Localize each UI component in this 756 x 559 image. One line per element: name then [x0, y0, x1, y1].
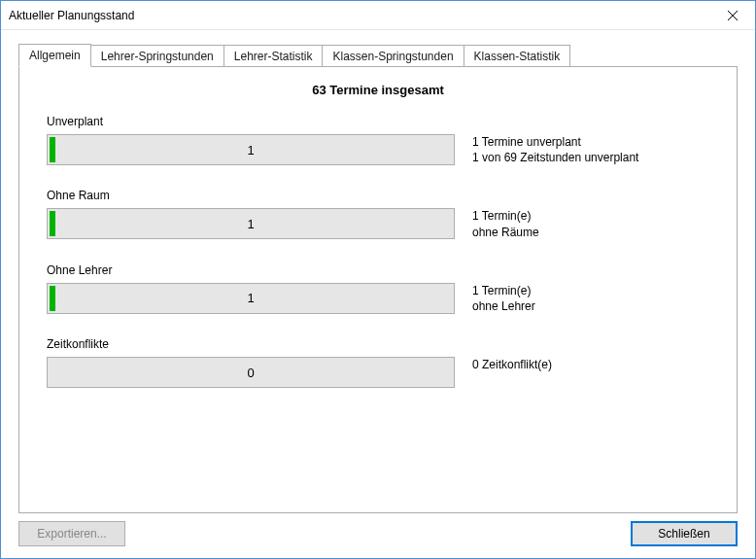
dialog-footer: Exportieren... Schließen: [18, 521, 738, 546]
stat-zeitkonflikte-value: 0: [247, 366, 254, 380]
stat-zeitkonflikte-info: 0 Zeitkonflikt(e): [472, 357, 552, 372]
tab-klassen-springstunden[interactable]: Klassen-Springstunden: [323, 45, 464, 67]
stat-ohne-lehrer-bar: 1: [47, 283, 455, 314]
export-button[interactable]: Exportieren...: [18, 521, 125, 546]
stat-ohne-lehrer: Ohne Lehrer 1 1 Termin(e) ohne Lehrer: [47, 263, 709, 314]
stat-unverplant: Unverplant 1 1 Termine unverplant 1 von …: [47, 115, 709, 165]
stat-unverplant-value: 1: [247, 143, 254, 157]
stat-zeitkonflikte-label: Zeitkonflikte: [47, 337, 709, 351]
stat-ohne-raum-label: Ohne Raum: [47, 189, 709, 202]
dialog-window: Aktueller Planungsstand Allgemein Lehrer…: [0, 0, 756, 559]
close-button[interactable]: Schließen: [631, 521, 738, 546]
stat-ohne-raum-info: 1 Termin(e) ohne Räume: [472, 208, 539, 239]
stat-zeitkonflikte-bar: 0: [47, 357, 455, 388]
stat-ohne-lehrer-value: 1: [247, 291, 254, 305]
stat-unverplant-bar: 1: [47, 134, 455, 165]
tab-lehrer-springstunden[interactable]: Lehrer-Springstunden: [91, 45, 224, 67]
stat-ohne-lehrer-info2: ohne Lehrer: [472, 298, 535, 314]
stat-unverplant-info: 1 Termine unverplant 1 von 69 Zeitstunde…: [472, 134, 638, 165]
stat-zeitkonflikte-info1: 0 Zeitkonflikt(e): [472, 357, 552, 372]
stat-unverplant-info1: 1 Termine unverplant: [472, 134, 638, 150]
tab-klassen-statistik[interactable]: Klassen-Statistik: [464, 45, 571, 67]
stat-ohne-lehrer-label: Ohne Lehrer: [47, 263, 709, 277]
stat-unverplant-label: Unverplant: [47, 115, 709, 128]
stat-zeitkonflikte: Zeitkonflikte 0 0 Zeitkonflikt(e): [47, 337, 709, 388]
stat-ohne-raum-info1: 1 Termin(e): [472, 208, 539, 224]
tab-lehrer-statistik[interactable]: Lehrer-Statistik: [224, 45, 324, 67]
tab-panel-allgemein: 63 Termine insgesamt Unverplant 1 1 Term…: [18, 66, 738, 513]
stat-ohne-lehrer-fill: [50, 286, 55, 311]
window-title: Aktueller Planungsstand: [9, 9, 134, 22]
tab-allgemein[interactable]: Allgemein: [18, 44, 91, 67]
stat-ohne-lehrer-info1: 1 Termin(e): [472, 283, 535, 298]
stat-ohne-lehrer-info: 1 Termin(e) ohne Lehrer: [472, 283, 535, 314]
tabstrip: Allgemein Lehrer-Springstunden Lehrer-St…: [18, 44, 738, 66]
stat-ohne-raum-bar: 1: [47, 208, 455, 239]
stat-ohne-raum-info2: ohne Räume: [472, 225, 539, 240]
stat-ohne-raum: Ohne Raum 1 1 Termin(e) ohne Räume: [47, 189, 709, 239]
stat-unverplant-info2: 1 von 69 Zeitstunden unverplant: [472, 150, 638, 165]
stat-unverplant-fill: [50, 137, 55, 162]
page-heading: 63 Termine insgesamt: [47, 83, 709, 97]
titlebar: Aktueller Planungsstand: [1, 1, 755, 30]
close-icon[interactable]: [710, 1, 755, 30]
dialog-content: Allgemein Lehrer-Springstunden Lehrer-St…: [1, 30, 755, 558]
stat-ohne-raum-fill: [50, 211, 55, 236]
stat-ohne-raum-value: 1: [247, 217, 254, 231]
